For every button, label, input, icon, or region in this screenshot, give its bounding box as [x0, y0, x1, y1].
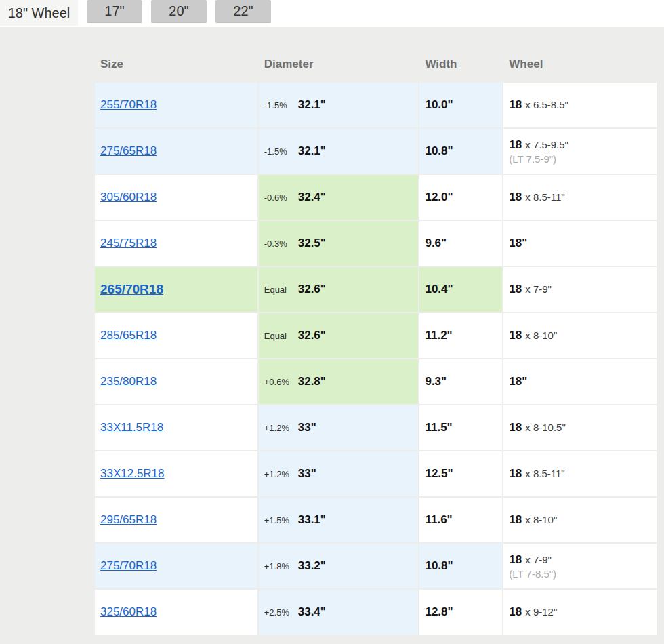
table-row: 33X12.5R18 +1.2%33" 12.5" 18x 8.5-11" — [95, 451, 657, 496]
diameter-value: 32.8" — [298, 375, 326, 388]
wheel-size-line: 18x 9-12" — [509, 605, 651, 619]
width-cell: 11.5" — [419, 405, 502, 450]
wheel-lt-note: (LT 7.5-9") — [509, 153, 651, 165]
table-row: 275/65R18 -1.5%32.1" 10.8" 18x 7.5-9.5" … — [95, 129, 657, 174]
wheel-cell: 18x 9-12" — [503, 590, 657, 635]
wheel-column-header: Wheel — [503, 41, 657, 81]
wheel-size-line: 18x 8.5-11" — [509, 467, 651, 481]
table-row: 285/65R18 Equal32.6" 11.2" 18x 8-10" — [95, 313, 657, 358]
diameter-cell: -1.5%32.1" — [259, 129, 419, 174]
wheel-cell: 18x 7.5-9.5" (LT 7.5-9") — [503, 129, 657, 174]
wheel-size-tab[interactable]: 22" — [215, 0, 271, 23]
width-cell: 9.3" — [419, 359, 502, 404]
table-row: 275/70R18 +1.8%33.2" 10.8" 18x 7-9" (LT … — [95, 544, 657, 588]
wheel-diameter: 18 — [509, 467, 522, 480]
tire-size-link[interactable]: 285/65R18 — [100, 329, 157, 342]
width-cell: 12.5" — [419, 451, 502, 496]
width-value: 10.8" — [425, 144, 453, 157]
tire-size-link[interactable]: 255/70R18 — [100, 98, 157, 111]
tire-size-link[interactable]: 235/80R18 — [100, 375, 157, 388]
wheel-cell: 18x 8-10" — [503, 313, 657, 358]
size-cell: 275/65R18 — [95, 129, 257, 174]
wheel-diameter: 18 — [509, 283, 522, 296]
table-row: 235/80R18 +0.6%32.8" 9.3" 18" — [95, 359, 657, 404]
wheel-width-range: x 7-9" — [525, 283, 552, 295]
wheel-size-line: 18x 8.5-11" — [509, 190, 651, 204]
tire-size-link[interactable]: 245/75R18 — [100, 237, 157, 249]
tire-size-link[interactable]: 295/65R18 — [100, 513, 157, 526]
diameter-value: 32.6" — [298, 329, 326, 342]
width-value: 12.5" — [425, 467, 453, 480]
diameter-cell: +1.2%33" — [259, 405, 419, 450]
wheel-diameter: 18 — [509, 421, 522, 434]
wheel-diameter: 18 — [509, 190, 522, 203]
tire-size-link[interactable]: 325/60R18 — [100, 605, 157, 618]
diameter-cell: +0.6%32.8" — [259, 359, 419, 404]
size-cell: 33X11.5R18 — [95, 405, 257, 450]
table-row: 265/70R18 Equal32.6" 10.4" 18x 7-9" — [95, 267, 657, 312]
size-cell: 33X12.5R18 — [95, 451, 257, 496]
size-cell: 295/65R18 — [95, 498, 257, 542]
diameter-cell: Equal32.6" — [259, 313, 419, 358]
diameter-diff-percent: +1.5% — [264, 515, 298, 525]
wheel-size-line: 18x 7-9" — [509, 553, 651, 567]
wheel-diameter: 18" — [509, 375, 527, 388]
diameter-value: 32.1" — [298, 98, 326, 111]
diameter-cell: +1.2%33" — [259, 451, 419, 496]
wheel-diameter: 18 — [509, 513, 522, 526]
wheel-diameter: 18" — [509, 237, 527, 249]
wheel-size-tab[interactable]: 20" — [151, 0, 207, 23]
tire-size-link[interactable]: 275/70R18 — [100, 559, 157, 572]
tire-size-link[interactable]: 33X12.5R18 — [100, 467, 165, 480]
width-value: 10.8" — [425, 559, 453, 572]
tire-size-link[interactable]: 305/60R18 — [100, 190, 157, 203]
tire-table-body: 255/70R18 -1.5%32.1" 10.0" 18x 6.5-8.5" … — [95, 83, 657, 635]
diameter-diff-percent: +0.6% — [264, 377, 298, 387]
wheel-width-range: x 6.5-8.5" — [525, 99, 568, 110]
diameter-cell: -0.3%32.5" — [259, 221, 419, 266]
wheel-size-line: 18x 8-10.5" — [509, 421, 651, 435]
diameter-cell: Equal32.6" — [259, 267, 419, 312]
diameter-diff-percent: +2.5% — [264, 607, 298, 618]
diameter-value: 33.2" — [298, 559, 326, 572]
size-column-header: Size — [95, 41, 257, 81]
tire-size-link[interactable]: 265/70R18 — [100, 282, 163, 296]
diameter-diff-percent: Equal — [264, 285, 298, 295]
size-cell: 305/60R18 — [95, 175, 257, 220]
wheel-size-tab[interactable]: 17" — [87, 0, 142, 23]
diameter-cell: +2.5%33.4" — [259, 590, 419, 635]
diameter-value: 33.4" — [298, 605, 326, 618]
wheel-size-line: 18x 6.5-8.5" — [509, 98, 651, 112]
diameter-value: 33" — [298, 421, 316, 434]
diameter-value: 32.5" — [298, 237, 326, 249]
wheel-size-line: 18x 8-10" — [509, 513, 651, 527]
wheel-cell: 18x 7-9" — [503, 267, 657, 312]
width-cell: 11.2" — [419, 313, 502, 358]
diameter-cell: +1.5%33.1" — [259, 498, 419, 542]
width-cell: 10.8" — [419, 129, 502, 174]
tire-size-link[interactable]: 33X11.5R18 — [100, 421, 163, 434]
diameter-diff-percent: +1.8% — [264, 561, 298, 571]
table-row: 255/70R18 -1.5%32.1" 10.0" 18x 6.5-8.5" — [95, 83, 657, 127]
width-cell: 9.6" — [419, 221, 502, 266]
tire-comparison-table: Size Diameter Width Wheel 255/70R18 -1.5… — [94, 39, 658, 636]
width-value: 12.8" — [425, 605, 453, 618]
table-row: 245/75R18 -0.3%32.5" 9.6" 18" — [95, 221, 657, 266]
width-cell: 12.8" — [419, 590, 502, 635]
diameter-diff-percent: Equal — [264, 331, 298, 341]
diameter-value: 32.4" — [298, 190, 326, 203]
wheel-diameter: 18 — [509, 329, 522, 342]
wheel-size-line: 18" — [509, 375, 651, 388]
diameter-column-header: Diameter — [259, 41, 419, 81]
wheel-cell: 18x 7-9" (LT 7-8.5") — [503, 544, 657, 588]
wheel-size-tab[interactable]: 18" Wheel — [0, 0, 78, 26]
tire-table-panel: Size Diameter Width Wheel 255/70R18 -1.5… — [0, 27, 664, 644]
diameter-cell: +1.8%33.2" — [259, 544, 419, 588]
width-cell: 10.0" — [419, 83, 502, 127]
wheel-width-range: x 9-12" — [525, 606, 557, 618]
tire-size-link[interactable]: 275/65R18 — [100, 144, 157, 157]
size-cell: 235/80R18 — [95, 359, 257, 404]
width-cell: 11.6" — [419, 498, 502, 542]
diameter-value: 32.6" — [298, 283, 326, 296]
wheel-diameter: 18 — [509, 605, 522, 618]
